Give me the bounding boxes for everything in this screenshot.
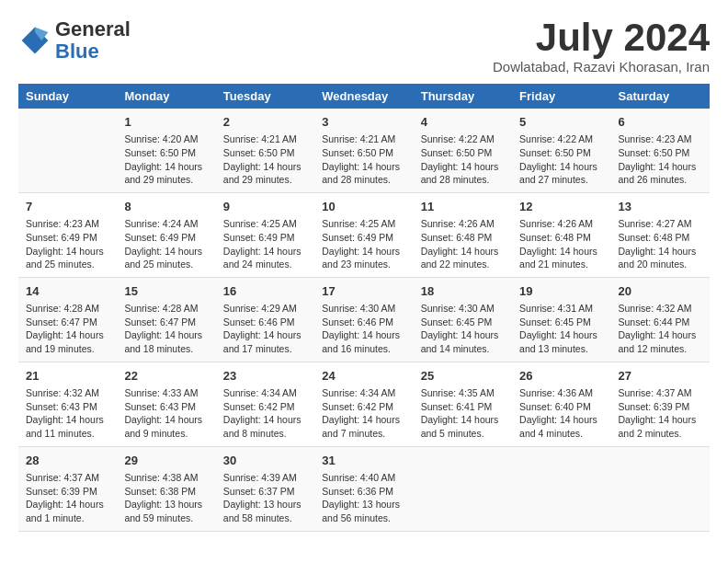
calendar-week-row: 14Sunrise: 4:28 AMSunset: 6:47 PMDayligh… (18, 277, 710, 362)
day-number: 28 (26, 453, 109, 469)
day-number: 22 (124, 368, 208, 385)
day-info: Sunrise: 4:20 AMSunset: 6:50 PMDaylight:… (124, 132, 208, 187)
day-info: Sunrise: 4:30 AMSunset: 6:46 PMDaylight:… (322, 302, 405, 356)
day-info: Sunrise: 4:26 AMSunset: 6:48 PMDaylight:… (519, 217, 603, 271)
location: Dowlatabad, Razavi Khorasan, Iran (493, 59, 710, 75)
calendar-cell: 1Sunrise: 4:20 AMSunset: 6:50 PMDaylight… (117, 109, 215, 192)
day-info: Sunrise: 4:29 AMSunset: 6:46 PMDaylight:… (223, 302, 307, 356)
day-info: Sunrise: 4:36 AMSunset: 6:40 PMDaylight:… (519, 386, 603, 441)
logo-icon (18, 24, 51, 57)
day-number: 13 (619, 199, 702, 215)
weekday-header: Sunday (18, 84, 117, 109)
calendar-cell: 27Sunrise: 4:37 AMSunset: 6:39 PMDayligh… (611, 362, 710, 446)
calendar-week-row: 21Sunrise: 4:32 AMSunset: 6:43 PMDayligh… (18, 362, 710, 446)
day-info: Sunrise: 4:37 AMSunset: 6:39 PMDaylight:… (26, 471, 109, 525)
calendar-cell: 5Sunrise: 4:22 AMSunset: 6:50 PMDaylight… (512, 109, 610, 192)
day-number: 29 (124, 453, 208, 469)
title-block: July 2024 Dowlatabad, Razavi Khorasan, I… (493, 18, 710, 75)
day-number: 5 (519, 114, 603, 131)
day-info: Sunrise: 4:24 AMSunset: 6:49 PMDaylight:… (124, 217, 208, 271)
day-number: 21 (26, 368, 109, 385)
calendar-cell: 18Sunrise: 4:30 AMSunset: 6:45 PMDayligh… (414, 277, 512, 362)
calendar-cell (512, 446, 610, 531)
day-info: Sunrise: 4:34 AMSunset: 6:42 PMDaylight:… (223, 386, 307, 441)
calendar-table: SundayMondayTuesdayWednesdayThursdayFrid… (18, 84, 710, 532)
day-number: 14 (26, 283, 109, 300)
calendar-cell: 26Sunrise: 4:36 AMSunset: 6:40 PMDayligh… (512, 362, 610, 446)
day-number: 24 (322, 368, 405, 385)
day-number: 15 (124, 283, 208, 300)
day-number: 16 (223, 283, 307, 300)
day-number: 19 (519, 283, 603, 300)
calendar-cell: 8Sunrise: 4:24 AMSunset: 6:49 PMDaylight… (117, 192, 215, 277)
day-number: 3 (322, 114, 405, 131)
calendar-cell: 2Sunrise: 4:21 AMSunset: 6:50 PMDaylight… (216, 109, 314, 192)
calendar-cell: 24Sunrise: 4:34 AMSunset: 6:42 PMDayligh… (314, 362, 413, 446)
day-info: Sunrise: 4:26 AMSunset: 6:48 PMDaylight:… (421, 217, 505, 271)
day-number: 8 (124, 199, 208, 215)
weekday-header: Saturday (611, 84, 710, 109)
calendar-cell: 15Sunrise: 4:28 AMSunset: 6:47 PMDayligh… (117, 277, 215, 362)
page-header: General Blue July 2024 Dowlatabad, Razav… (18, 18, 710, 75)
day-info: Sunrise: 4:25 AMSunset: 6:49 PMDaylight:… (223, 217, 307, 271)
day-info: Sunrise: 4:34 AMSunset: 6:42 PMDaylight:… (322, 386, 405, 441)
day-info: Sunrise: 4:22 AMSunset: 6:50 PMDaylight:… (421, 132, 505, 187)
day-info: Sunrise: 4:28 AMSunset: 6:47 PMDaylight:… (124, 302, 208, 356)
day-info: Sunrise: 4:25 AMSunset: 6:49 PMDaylight:… (322, 217, 405, 271)
calendar-cell: 9Sunrise: 4:25 AMSunset: 6:49 PMDaylight… (216, 192, 314, 277)
day-number: 4 (421, 114, 505, 131)
calendar-header-row: SundayMondayTuesdayWednesdayThursdayFrid… (18, 84, 710, 109)
day-number: 1 (124, 114, 208, 131)
calendar-cell: 20Sunrise: 4:32 AMSunset: 6:44 PMDayligh… (611, 277, 710, 362)
calendar-cell: 16Sunrise: 4:29 AMSunset: 6:46 PMDayligh… (216, 277, 314, 362)
day-info: Sunrise: 4:39 AMSunset: 6:37 PMDaylight:… (223, 471, 307, 525)
day-info: Sunrise: 4:32 AMSunset: 6:44 PMDaylight:… (619, 302, 702, 356)
calendar-cell: 25Sunrise: 4:35 AMSunset: 6:41 PMDayligh… (414, 362, 512, 446)
calendar-cell: 29Sunrise: 4:38 AMSunset: 6:38 PMDayligh… (117, 446, 215, 531)
day-info: Sunrise: 4:27 AMSunset: 6:48 PMDaylight:… (619, 217, 702, 271)
calendar-cell: 3Sunrise: 4:21 AMSunset: 6:50 PMDaylight… (314, 109, 413, 192)
calendar-cell: 23Sunrise: 4:34 AMSunset: 6:42 PMDayligh… (216, 362, 314, 446)
calendar-cell: 17Sunrise: 4:30 AMSunset: 6:46 PMDayligh… (314, 277, 413, 362)
weekday-header: Monday (117, 84, 215, 109)
day-info: Sunrise: 4:31 AMSunset: 6:45 PMDaylight:… (519, 302, 603, 356)
day-info: Sunrise: 4:35 AMSunset: 6:41 PMDaylight:… (421, 386, 505, 441)
logo-general: General (55, 17, 131, 40)
day-number: 12 (519, 199, 603, 215)
logo-text: General Blue (55, 18, 131, 63)
day-info: Sunrise: 4:33 AMSunset: 6:43 PMDaylight:… (124, 386, 208, 441)
day-number: 11 (421, 199, 505, 215)
day-number: 2 (223, 114, 307, 131)
day-number: 23 (223, 368, 307, 385)
day-info: Sunrise: 4:21 AMSunset: 6:50 PMDaylight:… (223, 132, 307, 187)
calendar-week-row: 1Sunrise: 4:20 AMSunset: 6:50 PMDaylight… (18, 109, 710, 192)
calendar-cell: 12Sunrise: 4:26 AMSunset: 6:48 PMDayligh… (512, 192, 610, 277)
calendar-cell: 31Sunrise: 4:40 AMSunset: 6:36 PMDayligh… (314, 446, 413, 531)
day-number: 18 (421, 283, 505, 300)
calendar-week-row: 28Sunrise: 4:37 AMSunset: 6:39 PMDayligh… (18, 446, 710, 531)
day-info: Sunrise: 4:28 AMSunset: 6:47 PMDaylight:… (26, 302, 109, 356)
logo: General Blue (18, 18, 131, 63)
calendar-cell: 6Sunrise: 4:23 AMSunset: 6:50 PMDaylight… (611, 109, 710, 192)
day-number: 7 (26, 199, 109, 215)
day-info: Sunrise: 4:30 AMSunset: 6:45 PMDaylight:… (421, 302, 505, 356)
calendar-cell: 19Sunrise: 4:31 AMSunset: 6:45 PMDayligh… (512, 277, 610, 362)
calendar-cell: 13Sunrise: 4:27 AMSunset: 6:48 PMDayligh… (611, 192, 710, 277)
weekday-header: Tuesday (216, 84, 314, 109)
day-number: 6 (619, 114, 702, 131)
day-info: Sunrise: 4:21 AMSunset: 6:50 PMDaylight:… (322, 132, 405, 187)
day-info: Sunrise: 4:38 AMSunset: 6:38 PMDaylight:… (124, 471, 208, 525)
calendar-cell (611, 446, 710, 531)
day-number: 30 (223, 453, 307, 469)
day-info: Sunrise: 4:23 AMSunset: 6:49 PMDaylight:… (26, 217, 109, 271)
calendar-cell: 30Sunrise: 4:39 AMSunset: 6:37 PMDayligh… (216, 446, 314, 531)
weekday-header: Friday (512, 84, 610, 109)
day-info: Sunrise: 4:22 AMSunset: 6:50 PMDaylight:… (519, 132, 603, 187)
day-number: 25 (421, 368, 505, 385)
day-info: Sunrise: 4:23 AMSunset: 6:50 PMDaylight:… (619, 132, 702, 187)
day-number: 9 (223, 199, 307, 215)
day-number: 27 (619, 368, 702, 385)
calendar-cell: 11Sunrise: 4:26 AMSunset: 6:48 PMDayligh… (414, 192, 512, 277)
day-number: 26 (519, 368, 603, 385)
calendar-cell: 4Sunrise: 4:22 AMSunset: 6:50 PMDaylight… (414, 109, 512, 192)
